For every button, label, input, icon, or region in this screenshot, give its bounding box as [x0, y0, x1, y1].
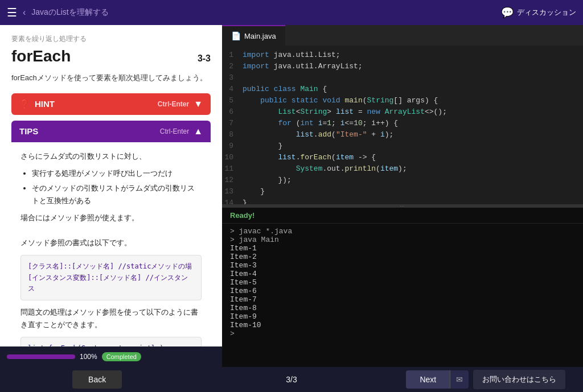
tips-code-box-2: list.forEach(System.out::println); [20, 337, 202, 346]
nav-left: Back [0, 370, 194, 389]
progress-percent: 100% [80, 353, 97, 361]
terminal-cmd-2: > java Main [230, 236, 575, 244]
tips-bullet-2: そのメソッドの引数リストがラムダ式の引数リストと互換性がある [32, 182, 202, 207]
tips-middle: 場合にはメソッド参照が使えます。 [20, 212, 202, 224]
code-line-4: 4 public class Main { [222, 84, 583, 96]
tips-section: TIPS Ctrl-Enter ▲ さらにラムダ式の引数リストに対し、 実行する… [11, 121, 211, 346]
tips-after-code: 問題文の処理はメソッド参照を使って以下のように書き直すことができます。 [20, 306, 202, 331]
completed-badge: Completed [102, 352, 141, 361]
lesson-description: forEachメソッドを使って要素を順次処理してみましょう。 [11, 72, 211, 84]
step-label: 要素を繰り返し処理する [11, 34, 211, 44]
terminal-out-5: Item-5 [230, 278, 575, 287]
contact-button[interactable]: お問い合わせはこちら [473, 370, 565, 389]
next-email-icon[interactable]: ✉ [450, 370, 469, 389]
next-group: Next ✉ [406, 370, 469, 389]
code-line-9: 9 } [222, 141, 583, 152]
discussion-label: ディスカッション [517, 7, 576, 18]
code-line-11: 11 System.out.println(item); [222, 164, 583, 175]
code-line-5: 5 public static void main(String[] args)… [222, 96, 583, 107]
lesson-title: forEach [11, 47, 71, 65]
editor-tab-main-java[interactable]: 📄 Main.java [222, 25, 285, 46]
course-title: JavaのListを理解する [31, 7, 108, 18]
terminal-ready-label: Ready! [222, 208, 583, 224]
left-bottom-bar: 100% Completed [0, 346, 222, 367]
tips-label: TIPS [19, 126, 38, 136]
code-line-3: 3 [222, 73, 583, 84]
top-bar: ☰ ‹ JavaのListを理解する 💬 ディスカッション [0, 0, 583, 25]
editor-tab-filename: Main.java [244, 32, 276, 40]
tips-chevron-icon: ▲ [194, 126, 203, 137]
code-editor[interactable]: 1 import java.util.List; 2 import java.u… [222, 46, 583, 204]
terminal-out-9: Item-9 [230, 312, 575, 321]
tips-bullet-1: 実行する処理がメソッド呼び出し一つだけ [32, 167, 202, 180]
code-line-2: 2 import java.util.ArrayList; [222, 61, 583, 73]
hamburger-icon[interactable]: ☰ [7, 6, 17, 19]
code-line-7: 7 for (int i=1; i<=10; i++) { [222, 118, 583, 130]
code-line-1: 1 import java.util.List; [222, 50, 583, 61]
terminal-prompt: > [230, 329, 575, 338]
hint-shortcut: Ctrl-Enter [158, 100, 189, 108]
tips-content: さらにラムダ式の引数リストに対し、 実行する処理がメソッド呼び出し一つだけ その… [11, 142, 211, 346]
terminal-content[interactable]: > javac *.java > java Main Item-1 Item-2… [222, 224, 583, 367]
right-panel: 📄 Main.java 1 import java.util.List; 2 i… [222, 25, 583, 367]
discussion-button[interactable]: 💬 ディスカッション [501, 6, 576, 19]
terminal-out-2: Item-2 [230, 253, 575, 261]
tips-header[interactable]: TIPS Ctrl-Enter ▲ [11, 121, 211, 142]
progress-bar-fill [7, 354, 75, 359]
editor-tab-bar: 📄 Main.java [222, 25, 583, 46]
java-file-icon: 📄 [231, 31, 241, 40]
code-line-12: 12 }); [222, 175, 583, 187]
left-panel: 要素を繰り返し処理する forEach 3-3 forEachメソッドを使って要… [0, 25, 222, 367]
terminal-cmd-1: > javac *.java [230, 227, 575, 236]
terminal-out-4: Item-4 [230, 270, 575, 278]
hint-question-icon: ❓ [19, 99, 30, 109]
next-button[interactable]: Next [406, 370, 450, 389]
hint-button[interactable]: ❓ HINT Ctrl-Enter ▼ [11, 93, 211, 115]
terminal-out-3: Item-3 [230, 261, 575, 270]
back-arrow-icon[interactable]: ‹ [23, 7, 26, 18]
code-box-1-line-2: [インスタンス変数]::[メソッド名] //インスタンス [28, 274, 188, 292]
code-line-8: 8 list.add("Item-" + i); [222, 130, 583, 141]
terminal-out-10: Item-10 [230, 321, 575, 329]
hint-label: HINT [35, 99, 55, 109]
code-line-13: 13 } [222, 187, 583, 198]
discussion-icon: 💬 [501, 6, 514, 19]
tips-intro: さらにラムダ式の引数リストに対し、 [20, 150, 202, 163]
page-info: 3/3 [286, 375, 297, 384]
back-button[interactable]: Back [72, 370, 122, 389]
step-number: 3-3 [198, 53, 211, 64]
code-box-1-line-1: [クラス名]::[メソッド名] //staticメソッドの場 [28, 262, 192, 270]
tips-bullet-list: 実行する処理がメソッド呼び出し一つだけ そのメソッドの引数リストがラムダ式の引数… [20, 167, 202, 207]
main-content: 要素を繰り返し処理する forEach 3-3 forEachメソッドを使って要… [0, 25, 583, 367]
hint-chevron-icon: ▼ [194, 99, 203, 109]
tips-code-box-1: [クラス名]::[メソッド名] //staticメソッドの場 [インスタンス変数… [20, 255, 202, 300]
tips-shortcut: Ctrl-Enter [160, 127, 189, 135]
tips-method-ref-label: メソッド参照の書式は以下です。 [20, 237, 202, 249]
terminal-out-1: Item-1 [230, 244, 575, 253]
terminal-out-6: Item-6 [230, 287, 575, 295]
bottom-nav: Back 3/3 Next ✉ お問い合わせはこちら [0, 367, 583, 392]
nav-center: 3/3 [194, 375, 388, 384]
terminal-area: Ready! > javac *.java > java Main Item-1… [222, 208, 583, 367]
nav-right: Next ✉ お問い合わせはこちら [389, 370, 583, 389]
progress-bar-container [7, 354, 75, 359]
code-line-10: 10 list.forEach(item -> { [222, 152, 583, 164]
terminal-out-7: Item-7 [230, 295, 575, 304]
terminal-out-8: Item-8 [230, 304, 575, 312]
code-line-6: 6 List<String> list = new ArrayList<>(); [222, 107, 583, 118]
